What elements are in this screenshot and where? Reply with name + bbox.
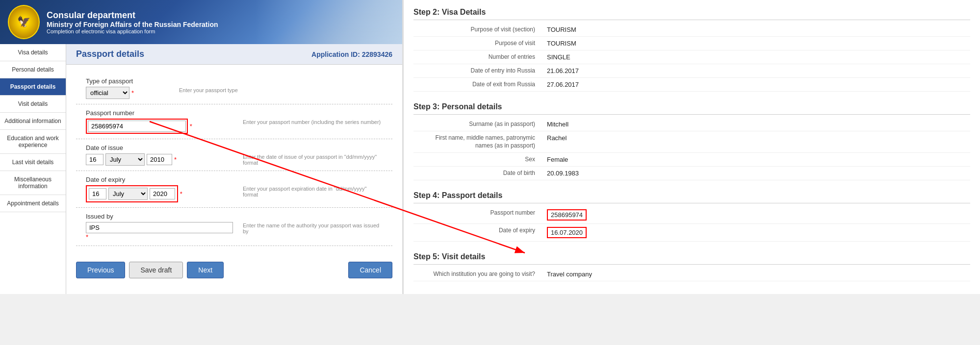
issued-by-label: Issued by <box>86 213 233 220</box>
passport-number-label: Passport number <box>86 109 233 117</box>
form-buttons: Previous Save draft Next Cancel <box>66 254 402 286</box>
logo-emblem: 🦅 <box>8 5 40 39</box>
date-issue-inputs: JanuaryFebruaryMarch AprilMayJune JulyAu… <box>86 153 233 166</box>
step4-section: Step 4: Passport details Passport number… <box>413 188 970 242</box>
sidebar-item-visa-details[interactable]: Visa details <box>0 44 66 61</box>
passport-number-section: Passport number * Enter your passport nu… <box>76 104 392 139</box>
ministry-name: Ministry of Foreign Affairs of the Russi… <box>47 21 218 28</box>
step4-title: Step 4: Passport details <box>413 188 970 203</box>
sidebar-item-passport-details[interactable]: Passport details <box>0 78 66 96</box>
completion-text: Completion of electronic visa applicatio… <box>47 28 218 34</box>
detail-row: Date of birth 20.09.1983 <box>413 167 970 180</box>
detail-row: Date of entry into Russia 21.06.2017 <box>413 64 970 78</box>
sidebar: Visa details Personal details Passport d… <box>0 44 66 294</box>
main-form: Passport details Application ID: 2289342… <box>66 44 402 294</box>
detail-row: First name, middle names, patronymic nam… <box>413 131 970 153</box>
passport-type-hint: Enter your passport type <box>164 77 238 93</box>
detail-row-passport-number: Passport number 258695974 <box>413 206 970 224</box>
date-expiry-hint: Enter your passport expiration date in "… <box>233 176 383 197</box>
date-expiry-box: JanuaryFebruaryMarch AprilMayJune JulyAu… <box>86 185 178 202</box>
date-expiry-section: Date of expiry JanuaryFebruaryMarch Apri… <box>76 171 392 208</box>
issued-by-hint: Enter the name of the authority your pas… <box>233 213 383 234</box>
step3-section: Step 3: Personal details Surname (as in … <box>413 99 970 180</box>
issued-by-input[interactable] <box>86 222 233 233</box>
date-issue-year[interactable] <box>147 154 172 165</box>
date-issue-hint: Enter the date of issue of your passport… <box>233 144 383 166</box>
page-title: Passport details <box>76 49 144 59</box>
date-issue-month[interactable]: JanuaryFebruaryMarch AprilMayJune JulyAu… <box>105 153 145 166</box>
step2-section: Step 2: Visa Details Purpose of visit (s… <box>413 5 970 92</box>
required-star-4: * <box>180 190 182 197</box>
sidebar-item-last-visit[interactable]: Last visit details <box>0 154 66 171</box>
right-panel: Step 2: Visa Details Purpose of visit (s… <box>402 0 980 294</box>
cancel-button[interactable]: Cancel <box>348 262 392 278</box>
sidebar-item-visit-details[interactable]: Visit details <box>0 96 66 113</box>
date-expiry-label: Date of expiry <box>86 176 233 183</box>
detail-row: Number of entries SINGLE <box>413 50 970 64</box>
detail-row-date-expiry: Date of expiry 16.07.2020 <box>413 224 970 242</box>
passport-number-highlighted: 258695974 <box>547 209 587 221</box>
header-banner: 🦅 Consular department Ministry of Foreig… <box>0 0 402 44</box>
sidebar-item-miscellaneous[interactable]: Miscellaneous information <box>0 171 66 195</box>
passport-number-input[interactable] <box>88 121 186 132</box>
required-star-2: * <box>190 123 192 130</box>
detail-row: Date of exit from Russia 27.06.2017 <box>413 78 970 92</box>
date-issue-day[interactable] <box>86 154 103 165</box>
passport-type-select[interactable]: official diplomatic service regular <box>86 87 129 99</box>
required-star-5: * <box>86 233 88 241</box>
required-star: * <box>131 89 134 97</box>
required-star-3: * <box>174 156 177 163</box>
detail-row: Sex Female <box>413 153 970 167</box>
next-button[interactable]: Next <box>187 262 224 278</box>
step5-section: Step 5: Visit details Which institution … <box>413 249 970 281</box>
date-issue-label: Date of issue <box>86 144 233 151</box>
sidebar-item-additional-info[interactable]: Additional information <box>0 113 66 130</box>
application-id: Application ID: 22893426 <box>311 50 392 58</box>
save-draft-button[interactable]: Save draft <box>129 262 183 278</box>
detail-row: Surname (as in passport) Mitchell <box>413 118 970 131</box>
passport-type-label: Type of passport <box>86 77 164 85</box>
sidebar-item-education-work[interactable]: Education and work experience <box>0 130 66 154</box>
date-expiry-highlighted: 16.07.2020 <box>547 227 587 238</box>
step3-title: Step 3: Personal details <box>413 99 970 115</box>
sidebar-item-personal-details[interactable]: Personal details <box>0 61 66 78</box>
date-expiry-inputs: JanuaryFebruaryMarch AprilMayJune JulyAu… <box>89 188 175 200</box>
department-name: Consular department <box>47 10 218 21</box>
date-issue-section: Date of issue JanuaryFebruaryMarch April… <box>76 139 392 171</box>
detail-row: Purpose of visit TOURISM <box>413 37 970 50</box>
issued-by-section: Issued by * Enter the name of the author… <box>76 208 392 246</box>
previous-button[interactable]: Previous <box>76 262 125 278</box>
sidebar-item-appointment[interactable]: Appointment details <box>0 195 66 212</box>
date-expiry-month[interactable]: JanuaryFebruaryMarch AprilMayJune JulyAu… <box>108 188 148 200</box>
passport-type-section: Type of passport official diplomatic ser… <box>76 73 392 104</box>
passport-number-box <box>86 119 188 134</box>
detail-row: Purpose of visit (section) TOURISM <box>413 23 970 37</box>
step5-title: Step 5: Visit details <box>413 249 970 265</box>
date-expiry-day[interactable] <box>89 188 106 199</box>
passport-number-hint: Enter your passport number (including th… <box>233 109 381 125</box>
date-expiry-year[interactable] <box>150 188 175 199</box>
form-body: Type of passport official diplomatic ser… <box>66 65 402 254</box>
step2-title: Step 2: Visa Details <box>413 5 970 20</box>
form-header: Passport details Application ID: 2289342… <box>66 44 402 65</box>
detail-row: Which institution you are going to visit… <box>413 268 970 281</box>
